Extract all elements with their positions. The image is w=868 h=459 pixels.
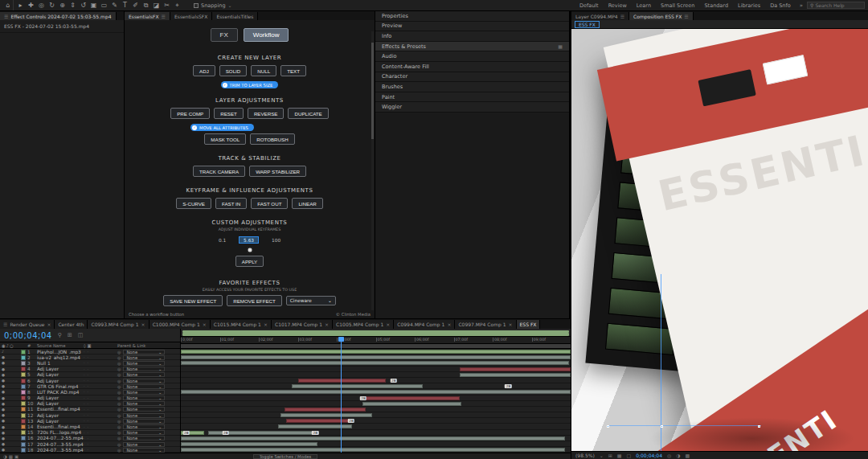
close-icon[interactable]: × — [386, 322, 390, 327]
rotation-tool-icon[interactable]: ↺ — [78, 0, 88, 10]
layer-switches[interactable]: ·· — [84, 419, 117, 423]
layer-label-swatch[interactable] — [21, 350, 26, 354]
parent-dropdown[interactable]: None⌄ — [123, 395, 165, 400]
hand-tool-icon[interactable]: ✚ — [26, 0, 36, 10]
pickwhip-icon[interactable]: ◎ — [117, 401, 121, 406]
pickwhip-icon[interactable]: ◎ — [117, 350, 121, 354]
layer-switches[interactable]: ·· — [84, 425, 117, 429]
panel-row-effects-presets[interactable]: Effects & Presets▦ — [375, 42, 569, 52]
parent-dropdown[interactable]: None⌄ — [123, 448, 165, 453]
pen-tool-icon[interactable]: ✎ — [109, 0, 120, 10]
pickwhip-icon[interactable]: ◎ — [117, 379, 121, 383]
move-all-attributes-toggle[interactable]: ✓ MOVE ALL ATTRIBUTES — [190, 124, 254, 131]
reverse-button[interactable]: REVERSE — [248, 108, 285, 119]
track-row[interactable] — [181, 401, 571, 407]
layer-label-swatch[interactable] — [21, 367, 26, 371]
layer-row[interactable]: ●182024-07...3-55.mp4··◎None⌄ — [0, 447, 180, 453]
workspace-da-snfo[interactable]: Da Snfo — [770, 2, 791, 9]
layer-switches[interactable]: ·· — [84, 408, 117, 412]
track-row[interactable] — [181, 436, 571, 441]
layer-switches[interactable]: ·· — [84, 350, 117, 354]
slider-thumb[interactable] — [247, 248, 252, 253]
track-row[interactable]: 28 — [181, 418, 571, 424]
layer-label-swatch[interactable] — [21, 419, 26, 424]
mask-tool-button[interactable]: MASK TOOL — [204, 133, 246, 145]
layer-row[interactable]: ●4Adj Layer··◎None⌄ — [0, 367, 180, 372]
visibility-icons[interactable]: ● — [0, 413, 21, 417]
layer-name[interactable]: 2024-07...3-55.mp4 — [37, 442, 84, 447]
layer-name[interactable]: LUT PACK AD.mp4 — [37, 390, 84, 395]
close-icon[interactable]: × — [203, 322, 207, 327]
time-ruler[interactable]: 0;00f01;00f02;00f03;00f04;00f05;00f06;00… — [181, 337, 571, 344]
visibility-icons[interactable]: ● — [0, 373, 21, 377]
track-row[interactable] — [181, 367, 571, 372]
layer-label-swatch[interactable] — [21, 395, 26, 400]
tab-essentialssfx[interactable]: EssentialsSFX — [170, 12, 212, 20]
adj-button[interactable]: ADJ — [193, 65, 215, 76]
parent-dropdown[interactable]: None⌄ — [123, 384, 165, 389]
solid-button[interactable]: SOLID — [219, 65, 248, 76]
layer-name[interactable]: Null 1 — [37, 361, 84, 366]
linear-button[interactable]: LINEAR — [292, 198, 322, 209]
parent-dropdown[interactable]: None⌄ — [123, 413, 165, 418]
orbit-camera-icon[interactable]: ↻ — [47, 0, 57, 10]
layer-bar[interactable] — [280, 413, 372, 417]
panel-menu-icon[interactable]: ☰ — [620, 14, 624, 19]
layer-bar[interactable] — [292, 384, 422, 388]
visibility-icons[interactable]: ● — [0, 402, 21, 406]
layer-bar[interactable] — [181, 390, 571, 394]
visibility-icons[interactable]: ● — [0, 436, 21, 441]
snapping-toggle[interactable]: Snapping ⌄ — [194, 2, 232, 9]
parent-dropdown[interactable]: None⌄ — [123, 379, 165, 383]
save-new-effect-button[interactable]: SAVE NEW EFFECT — [163, 295, 223, 306]
eraser-tool-icon[interactable]: ◪ — [151, 0, 162, 10]
pickwhip-icon[interactable]: ◎ — [117, 413, 121, 418]
pickwhip-icon[interactable]: ◎ — [117, 407, 121, 412]
layer-bar[interactable] — [298, 379, 386, 383]
draft-3d-icon[interactable]: ◫ — [78, 332, 84, 338]
selection-handle[interactable] — [661, 425, 663, 428]
tab-layer-c0994-mp4[interactable]: Layer C0994.MP4☰ — [571, 12, 629, 20]
layer-name[interactable]: Essenti...final.mp4 — [37, 424, 84, 429]
layer-label-swatch[interactable] — [21, 372, 26, 377]
parent-dropdown[interactable]: None⌄ — [123, 407, 165, 412]
visibility-icons[interactable]: ● — [0, 408, 21, 412]
layer-bar[interactable] — [181, 361, 569, 365]
workspace-libraries[interactable]: Libraries — [738, 2, 760, 9]
layer-bar[interactable] — [181, 442, 317, 446]
layer-row[interactable]: ●5Adj Layer··◎None⌄ — [0, 372, 180, 378]
layer-bar[interactable] — [285, 408, 366, 412]
workflow-mode-button[interactable]: Workflow — [244, 28, 289, 42]
layer-name[interactable]: Adj Layer — [37, 413, 84, 418]
layer-row[interactable]: ●7GTR C6 Final.mp4··◎None⌄ — [0, 383, 180, 389]
panel-menu-icon[interactable]: ☰ — [3, 322, 7, 327]
s-curve-button[interactable]: S-CURVE — [176, 198, 211, 209]
comp-navigator-badge[interactable]: ESS FX — [575, 21, 600, 28]
remove-effect-button[interactable]: REMOVE EFFECT — [227, 295, 282, 306]
layer-switches[interactable]: ·· — [84, 413, 117, 417]
layer-row[interactable]: ●15720s FL...logo.mp4··◎None⌄ — [0, 430, 180, 436]
layer-label-swatch[interactable] — [21, 442, 26, 447]
tab-c1015-mp4-comp-1[interactable]: C1015.MP4 Comp 1× — [211, 320, 272, 329]
layer-switches[interactable]: ·· — [84, 373, 117, 377]
tab-c0997-mp4-comp-1[interactable]: C0997.MP4 Comp 1× — [455, 320, 516, 329]
pickwhip-icon[interactable]: ◎ — [117, 424, 121, 429]
close-icon[interactable]: × — [447, 322, 451, 327]
parent-dropdown[interactable]: None⌄ — [123, 390, 165, 395]
pickwhip-icon[interactable]: ◎ — [117, 395, 121, 400]
layer-bar[interactable] — [362, 402, 462, 406]
layer-switches[interactable]: ·· — [84, 390, 117, 394]
camera-tool-icon[interactable]: ▣ — [88, 0, 99, 10]
layer-name[interactable]: Essenti...final.mp4 — [37, 407, 84, 412]
panel-menu-icon[interactable]: ☰ — [684, 14, 688, 19]
track-row[interactable] — [181, 360, 571, 366]
tab-effect-controls[interactable]: ☰ Effect Controls 2024-07-02 15:03-55.mp… — [0, 12, 117, 20]
track-row[interactable]: 28 — [181, 383, 571, 389]
layer-row[interactable]: ●3Null 1··◎None⌄ — [0, 360, 180, 366]
layer-bar[interactable] — [181, 350, 571, 354]
layer-switches[interactable]: ·· — [84, 442, 117, 446]
home-icon[interactable]: ⌂ — [3, 0, 14, 10]
effects-dropdown[interactable]: Cineware⌄ — [286, 296, 336, 305]
track-row[interactable]: 282828 — [181, 430, 571, 436]
text-button[interactable]: TEXT — [280, 65, 306, 76]
